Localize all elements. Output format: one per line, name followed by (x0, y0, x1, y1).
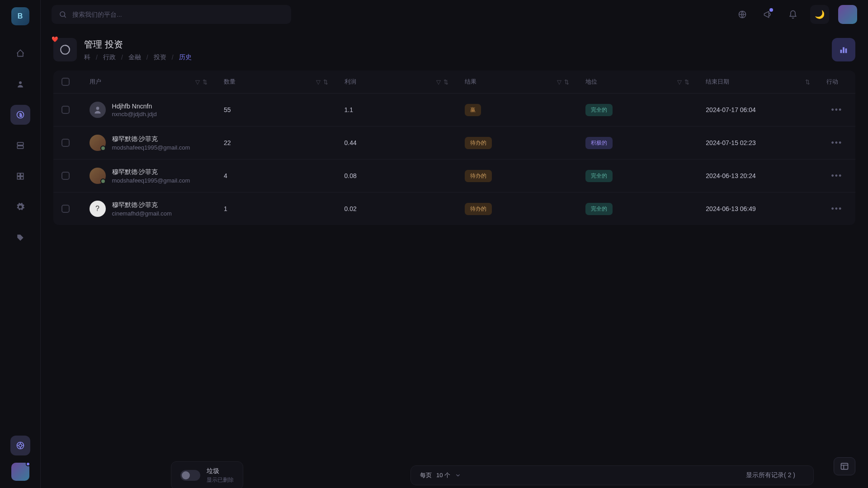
chart-button[interactable] (832, 38, 855, 61)
header-text: 管理 投资 科 / 行政 / 金融 / 投资 / 历史 (84, 38, 825, 61)
per-page-value: 10 个 (436, 471, 450, 479)
user-cell[interactable]: 穆罕默德·沙菲克 modshafeeq1995@gmail.com (90, 135, 208, 151)
avatar-status-dot (26, 462, 30, 466)
page-header: ❤️ 管理 投资 科 / 行政 / 金融 / 投资 / 历史 (53, 38, 855, 61)
user-cell[interactable]: 穆罕默德·沙菲克 modshafeeq1995@gmail.com (90, 168, 208, 184)
chevron-down-icon (455, 472, 461, 479)
trash-toggle[interactable] (180, 470, 200, 481)
col-header-profit[interactable]: 利润 (344, 78, 356, 86)
bell-icon[interactable] (785, 6, 801, 23)
svg-rect-5 (20, 173, 23, 176)
table-row: ? 穆罕默德·沙菲克 cinemafhd@gmail.com 1 0.02 待办… (53, 192, 855, 225)
col-header-date[interactable]: 结束日期 (706, 78, 729, 86)
user-avatar (90, 102, 106, 118)
svg-rect-4 (17, 173, 20, 176)
user-cell[interactable]: ? 穆罕默德·沙菲克 cinemafhd@gmail.com (90, 201, 208, 217)
theme-toggle[interactable]: 🌙 (810, 5, 829, 24)
filter-icon[interactable]: ▽ (677, 79, 682, 85)
cell-date: 2024-07-15 02:23 (698, 127, 818, 160)
row-checkbox[interactable] (61, 106, 70, 114)
user-cell[interactable]: Hdjhfb Nncnfn nxncb@jdjdh.jdjd (90, 102, 208, 118)
language-icon[interactable] (734, 6, 750, 23)
breadcrumb: 科 / 行政 / 金融 / 投资 / 历史 (84, 53, 825, 61)
layout-icon (840, 462, 849, 471)
svg-point-0 (19, 81, 22, 84)
table-row: 穆罕默德·沙菲克 modshafeeq1995@gmail.com 22 0.4… (53, 127, 855, 160)
row-actions-icon[interactable]: ••• (831, 138, 843, 147)
sidebar: B (0, 0, 41, 488)
app-logo[interactable]: B (11, 7, 29, 25)
sort-icon[interactable]: ⇅ (684, 79, 689, 85)
user-email: modshafeeq1995@gmail.com (112, 177, 190, 184)
table-row: Hdjhfb Nncnfn nxncb@jdjdh.jdjd 55 1.1 赢 … (53, 94, 855, 127)
user-name: 穆罕默德·沙菲克 (112, 201, 172, 209)
svg-rect-6 (17, 177, 20, 179)
col-header-user[interactable]: 用户 (90, 78, 101, 86)
layout-button[interactable] (834, 457, 855, 475)
breadcrumb-item[interactable]: 金融 (128, 53, 141, 61)
nav-server-icon[interactable] (10, 136, 30, 155)
filter-icon[interactable]: ▽ (557, 79, 561, 85)
breadcrumb-item[interactable]: 行政 (103, 53, 116, 61)
per-page-label: 每页 (420, 471, 432, 479)
nav-home-icon[interactable] (10, 43, 30, 63)
select-all-checkbox[interactable] (61, 78, 70, 86)
cell-amount: 55 (216, 94, 336, 127)
nav-design-icon[interactable] (10, 228, 30, 248)
col-header-amount[interactable]: 数量 (224, 78, 236, 86)
col-header-status[interactable]: 地位 (585, 78, 597, 86)
nav-support-icon[interactable] (10, 436, 30, 455)
main: 🌙 ❤️ 管理 投资 科 / 行政 / 金融 / 投资 / (41, 0, 868, 488)
sort-icon[interactable]: ⇅ (443, 79, 448, 85)
col-header-action: 行动 (818, 70, 855, 94)
filter-icon[interactable]: ▽ (316, 79, 321, 85)
breadcrumb-item[interactable]: 投资 (154, 53, 166, 61)
nav-money-icon[interactable] (10, 105, 30, 125)
breadcrumb-item[interactable]: 科 (84, 53, 90, 61)
announcement-icon[interactable] (760, 6, 776, 23)
per-page-select[interactable]: 每页 10 个 (420, 471, 461, 479)
row-checkbox[interactable] (61, 139, 70, 147)
result-badge: 待办的 (465, 203, 492, 215)
trash-subtitle: 显示已删除 (207, 476, 234, 484)
svg-rect-13 (840, 50, 842, 53)
topbar-user-avatar[interactable] (838, 5, 857, 24)
cell-profit: 0.44 (336, 127, 457, 160)
sort-icon[interactable]: ⇅ (564, 79, 569, 85)
nav-grid-icon[interactable] (10, 166, 30, 186)
records-summary: 显示所有记录( 2 ) (467, 471, 804, 479)
cell-amount: 22 (216, 127, 336, 160)
user-name: Hdjhfb Nncnfn (112, 103, 157, 110)
svg-rect-3 (17, 146, 23, 149)
row-actions-icon[interactable]: ••• (831, 105, 843, 114)
sort-icon[interactable]: ⇅ (203, 79, 208, 85)
search-box[interactable] (52, 5, 291, 24)
page-header-icon: ❤️ (53, 38, 77, 61)
user-email: modshafeeq1995@gmail.com (112, 144, 190, 151)
col-header-result[interactable]: 结果 (465, 78, 476, 86)
breadcrumb-item-active[interactable]: 历史 (179, 53, 192, 61)
search-icon (59, 10, 67, 19)
search-input[interactable] (72, 11, 284, 18)
row-actions-icon[interactable]: ••• (831, 204, 843, 213)
filter-icon[interactable]: ▽ (436, 79, 441, 85)
sort-icon[interactable]: ⇅ (805, 79, 810, 85)
breadcrumb-sep: / (121, 54, 123, 61)
result-badge: 待办的 (465, 170, 492, 182)
cell-profit: 1.1 (336, 94, 457, 127)
filter-icon[interactable]: ▽ (195, 79, 200, 85)
nav-user-icon[interactable] (10, 74, 30, 94)
sort-icon[interactable]: ⇅ (323, 79, 328, 85)
cell-profit: 0.02 (336, 192, 457, 225)
row-checkbox[interactable] (61, 172, 70, 180)
svg-rect-14 (843, 47, 844, 53)
row-actions-icon[interactable]: ••• (831, 171, 843, 180)
status-badge: 完全的 (585, 170, 613, 182)
sidebar-user-avatar[interactable] (11, 463, 29, 481)
user-avatar (90, 168, 106, 184)
row-checkbox[interactable] (61, 205, 70, 213)
status-badge: 完全的 (585, 104, 613, 116)
nav-settings-icon[interactable] (10, 197, 30, 217)
status-badge: 完全的 (585, 203, 613, 215)
user-name: 穆罕默德·沙菲克 (112, 168, 190, 176)
